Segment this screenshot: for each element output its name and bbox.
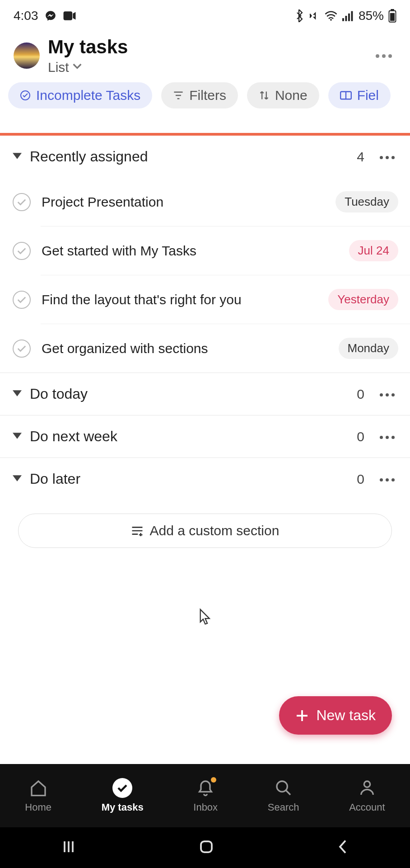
section-count: 0 [357, 387, 364, 402]
task-title: Project Presentation [42, 194, 325, 210]
nav-label: Inbox [193, 802, 218, 813]
svg-rect-3 [345, 16, 347, 21]
svg-rect-8 [390, 13, 395, 21]
triangle-down-icon [13, 153, 22, 161]
status-time: 4:03 [14, 9, 38, 23]
nav-label: My tasks [102, 802, 144, 813]
nav-label: Account [349, 802, 385, 813]
fab-label: New task [316, 707, 376, 724]
view-selector[interactable]: List [48, 60, 371, 75]
triangle-down-icon [13, 433, 22, 441]
pill-label: Filters [189, 88, 226, 103]
view-label: List [48, 60, 69, 75]
task-row[interactable]: Get started with My Tasks Jul 24 [0, 226, 410, 275]
section-count: 4 [357, 149, 364, 165]
battery-percent: 85% [359, 9, 384, 23]
bottom-nav: Home My tasks Inbox Search Account [0, 764, 410, 827]
svg-point-1 [330, 19, 332, 21]
pill-label: Incomplete Tasks [36, 88, 140, 103]
task-row[interactable]: Get organized with sections Monday [0, 324, 410, 373]
cursor-icon [199, 608, 213, 628]
due-date: Jul 24 [349, 240, 398, 261]
section-header-recently-assigned[interactable]: Recently assigned 4 [0, 136, 410, 178]
add-section-label: Add a custom section [150, 523, 280, 538]
header: My tasks List [0, 32, 410, 80]
section-title: Do today [30, 386, 349, 402]
check-circle-icon [20, 90, 31, 101]
section-header-do-today[interactable]: Do today 0 [0, 373, 410, 415]
vibrate-icon [308, 10, 320, 22]
nav-search[interactable]: Search [268, 778, 299, 813]
pill-label: Fiel [357, 88, 379, 103]
system-nav-bar [0, 827, 410, 868]
plus-icon [295, 709, 309, 722]
svg-point-13 [364, 781, 370, 787]
person-icon [358, 778, 376, 798]
pill-label: None [275, 88, 308, 103]
filter-incomplete-tasks[interactable]: Incomplete Tasks [8, 82, 152, 108]
nav-home[interactable]: Home [25, 778, 51, 813]
video-icon [63, 11, 76, 21]
sort-icon [259, 90, 270, 101]
nav-label: Search [268, 802, 299, 813]
page-title: My tasks [48, 36, 371, 58]
due-date: Yesterday [328, 289, 398, 310]
task-row[interactable]: Project Presentation Tuesday [0, 178, 410, 226]
section-title: Do later [30, 471, 349, 487]
filter-filters[interactable]: Filters [161, 82, 238, 108]
nav-account[interactable]: Account [349, 778, 385, 813]
section-header-do-next-week[interactable]: Do next week 0 [0, 415, 410, 458]
signal-icon [342, 10, 354, 21]
home-button[interactable] [198, 839, 214, 857]
triangle-down-icon [13, 390, 22, 398]
search-icon [275, 778, 293, 798]
complete-checkbox[interactable] [13, 291, 31, 309]
triangle-down-icon [13, 475, 22, 483]
back-button[interactable] [336, 839, 349, 857]
task-row[interactable]: Find the layout that's right for you Yes… [0, 275, 410, 324]
section-more-button[interactable] [377, 150, 397, 164]
new-task-button[interactable]: New task [279, 696, 392, 735]
check-circle-icon [112, 778, 132, 798]
section-title: Recently assigned [30, 148, 349, 165]
nav-label: Home [25, 802, 51, 813]
more-button[interactable] [371, 47, 396, 64]
complete-checkbox[interactable] [13, 193, 31, 211]
wifi-icon [324, 10, 338, 21]
filter-sort[interactable]: None [247, 82, 319, 108]
section-title: Do next week [30, 428, 349, 445]
nav-inbox[interactable]: Inbox [193, 778, 218, 813]
svg-rect-14 [201, 841, 212, 852]
avatar[interactable] [14, 42, 40, 69]
complete-checkbox[interactable] [13, 242, 31, 260]
task-title: Find the layout that's right for you [42, 292, 317, 307]
section-count: 0 [357, 472, 364, 487]
svg-rect-4 [348, 14, 350, 21]
due-date: Monday [339, 338, 399, 359]
section-header-do-later[interactable]: Do later 0 [0, 458, 410, 500]
due-date: Tuesday [335, 191, 398, 212]
complete-checkbox[interactable] [13, 340, 31, 358]
messenger-icon [45, 10, 56, 22]
filter-bar: Incomplete Tasks Filters None Fiel [0, 80, 410, 118]
home-icon [29, 778, 47, 798]
task-list: Project Presentation Tuesday Get started… [0, 178, 410, 373]
section-more-button[interactable] [377, 472, 397, 486]
section-count: 0 [357, 429, 364, 444]
recents-button[interactable] [61, 839, 77, 857]
svg-rect-2 [342, 18, 344, 21]
svg-rect-5 [351, 11, 353, 21]
chevron-down-icon [73, 63, 82, 71]
bluetooth-icon [294, 9, 303, 22]
section-more-button[interactable] [377, 430, 397, 443]
filter-fields[interactable]: Fiel [328, 82, 391, 108]
bell-icon [196, 778, 214, 798]
fields-icon [340, 91, 352, 100]
task-title: Get organized with sections [42, 341, 328, 356]
nav-my-tasks[interactable]: My tasks [102, 778, 144, 813]
battery-icon [388, 9, 396, 23]
add-custom-section-button[interactable]: Add a custom section [18, 514, 392, 548]
section-more-button[interactable] [377, 387, 397, 401]
filter-icon [173, 91, 184, 100]
add-section-icon [131, 525, 144, 536]
